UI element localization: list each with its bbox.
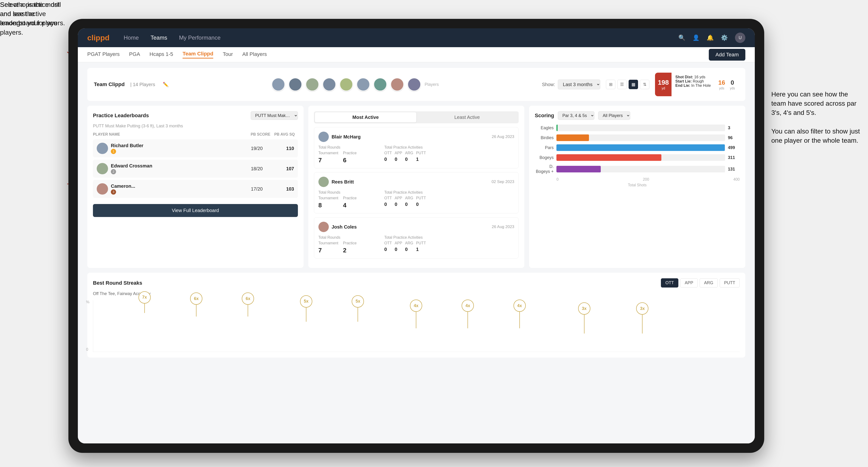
player-avatar-6[interactable] [356,78,370,91]
scoring-par-filter[interactable]: Par 3, 4 & 5s Par 3s Par 4s Par 5s [558,111,594,120]
streak-filter-app[interactable]: APP [680,278,698,287]
streak-bubble-5: 5x [352,295,364,308]
grid-view-btn[interactable]: ⊞ [606,80,615,89]
nav-logo: clippd [87,33,110,42]
total-shots-label: Total Shots [535,183,740,187]
bell-icon[interactable]: 🔔 [707,34,714,41]
chart-bar-bogeys [556,154,661,161]
player-name-3: Cameron... [111,184,135,189]
putt-stat: PUTT1 [416,151,426,162]
most-active-card: Most Active Least Active Blair McHarg 26… [308,106,525,268]
chart-bar-wrap-eagles [556,125,725,131]
active-player-avatar-1 [318,132,329,142]
drill-select[interactable]: PUTT Must Make Putting... [251,111,298,120]
score-avg-3: 103 [271,186,294,192]
score-val-3: 17/20 [245,186,269,192]
subnav-tour[interactable]: Tour [223,51,233,58]
streak-filter-putt[interactable]: PUTT [720,278,740,287]
tab-least-active[interactable]: Least Active [416,112,518,122]
practice-leaderboards-card: Practice Leaderboards PUTT Must Make Put… [87,106,304,268]
scoring-title: Scoring [535,113,554,119]
shot-card: 198 yd Shot Dist: 16 yds Start Lie: Roug… [655,73,739,96]
view-full-leaderboard-button[interactable]: View Full Leaderboard [93,204,298,217]
subnav-team-clippd[interactable]: Team Clippd [183,51,213,59]
streak-point-1: 7x [138,291,151,313]
nav-home[interactable]: Home [124,34,139,41]
streak-filter-arg[interactable]: ARG [700,278,718,287]
scoring-player-filter[interactable]: All Players [598,111,630,120]
sort-btn[interactable]: ⇅ [640,80,649,89]
streak-line-1 [144,304,145,313]
practice-leaderboards-title: Practice Leaderboards [93,113,149,119]
nav-my-performance[interactable]: My Performance [179,34,220,41]
players-label: Players [425,82,439,87]
chart-x-axis: 0 200 400 [535,177,740,182]
player-avatar-1[interactable] [272,78,285,91]
player-avatar-2[interactable] [289,78,302,91]
settings-icon[interactable]: ⚙️ [721,34,728,41]
streak-point-2: 6x [190,292,203,316]
player-avatar-3[interactable] [306,78,319,91]
active-player-header-2: Rees Britt 02 Sep 2023 [318,177,515,187]
chart-label-dbogeys: D. Bogeys + [535,164,554,174]
streak-line-7 [467,312,468,328]
chart-bar-birdies [556,134,589,141]
chart-label-bogeys: Bogeys [535,155,554,160]
tab-most-active[interactable]: Most Active [315,112,416,122]
streak-line-3 [248,305,248,316]
chart-label-birdies: Birdies [535,135,554,140]
active-stats-2: Total Rounds Tournament8 Practice4 Total… [318,190,515,209]
user-icon[interactable]: 👤 [692,34,700,41]
show-section: Show: Last 3 months Last 6 months Last y… [542,80,650,89]
streak-bubble-6: 4x [410,300,422,312]
view-icons: ⊞ ☰ ▦ ⇅ [606,80,649,89]
player-avatar-5[interactable] [340,78,353,91]
detail-view-btn[interactable]: ▦ [628,80,638,89]
chart-bar-wrap-pars [556,144,725,151]
team-header: Team Clippd | 14 Players ✏️ Players [87,68,745,101]
show-select[interactable]: Last 3 months Last 6 months Last year [558,80,600,89]
player-info-1: Richard Butler 1 [97,143,243,154]
player-avatar-9[interactable] [408,78,421,91]
player-info-3: Cameron... 3 [97,183,243,195]
streak-bubble-3: 6x [242,292,254,305]
player-avatar-7[interactable] [374,78,387,91]
chart-bar-wrap-birdies [556,134,725,141]
player-avatar-4[interactable] [323,78,336,91]
list-view-btn[interactable]: ☰ [617,80,627,89]
subnav-pga[interactable]: PGA [129,51,140,58]
medal-bronze: 3 [111,189,116,195]
chart-val-dbogeys: 131 [728,167,740,172]
subnav-pgat[interactable]: PGAT Players [87,51,120,58]
streak-point-4: 5x [300,295,312,322]
active-player-josh: Josh Coles 26 Aug 2023 Total Rounds Tour… [314,217,519,258]
streak-line-9 [584,315,585,334]
add-team-button[interactable]: Add Team [709,49,745,61]
player-info-2: Edward Crossman 2 [97,163,243,174]
streak-bubble-7: 4x [462,300,474,312]
practice-activities-section: Total Practice Activities OTT0 APP0 ARG0… [384,145,448,164]
nav-teams[interactable]: Teams [151,34,167,41]
edit-icon[interactable]: ✏️ [163,82,168,87]
sub-nav: PGAT Players PGA Hcaps 1-5 Team Clippd T… [78,47,755,62]
player-avatar-8[interactable] [391,78,404,91]
streak-point-9: 3x [578,302,590,334]
chart-label-eagles: Eagles [535,125,554,130]
practice-section: Practice 6 [343,151,356,164]
streak-point-8: 4x [514,300,526,328]
active-player-avatar-3 [318,222,329,232]
chart-row-birdies: Birdies 96 [535,134,740,141]
streak-filter-ott[interactable]: OTT [661,278,678,287]
search-icon[interactable]: 🔍 [678,34,685,41]
arg-stat: ARG0 [405,151,413,162]
tab-group: Most Active Least Active [314,111,519,123]
avatars-row: Players [174,78,536,91]
active-player-rees: Rees Britt 02 Sep 2023 Total Rounds Tour… [314,172,519,214]
subnav-hcaps[interactable]: Hcaps 1-5 [150,51,173,58]
player-avatar-lb-2 [97,163,108,174]
streak-bubble-10: 3x [636,302,648,315]
streak-line-6 [416,312,416,328]
medal-silver: 2 [111,169,116,174]
avatar[interactable]: U [735,33,745,43]
subnav-all-players[interactable]: All Players [242,51,267,58]
